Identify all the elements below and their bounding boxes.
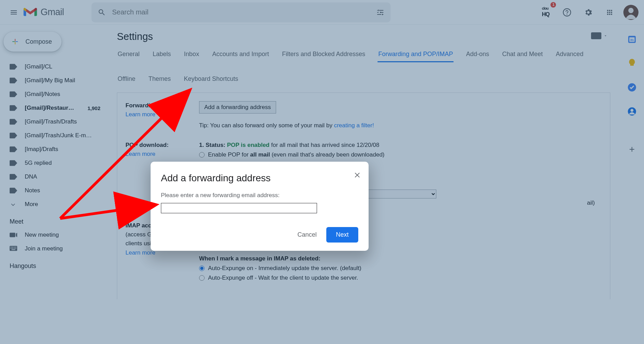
- close-icon: [353, 171, 361, 179]
- forwarding-address-modal: Add a forwarding address Please enter a …: [151, 162, 369, 251]
- modal-title: Add a forwarding address: [161, 173, 358, 184]
- next-button[interactable]: Next: [326, 227, 358, 243]
- modal-prompt: Please enter a new forwarding email addr…: [161, 192, 358, 199]
- forwarding-email-input[interactable]: [161, 203, 317, 213]
- modal-close-button[interactable]: [353, 171, 361, 180]
- cancel-button[interactable]: Cancel: [295, 228, 319, 242]
